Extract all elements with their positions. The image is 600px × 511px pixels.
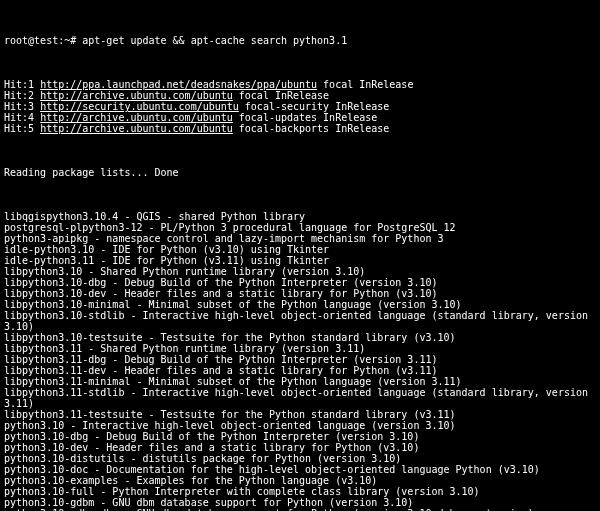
package-line: python3.10-dbg - Debug Build of the Pyth… [4, 431, 596, 442]
repo-url: http://archive.ubuntu.com/ubuntu [40, 123, 233, 134]
package-line: python3.10-examples - Examples for the P… [4, 475, 596, 486]
repo-url: http://archive.ubuntu.com/ubuntu [40, 90, 233, 101]
command-text: apt-get update && apt-cache search pytho… [82, 35, 347, 46]
package-line: libpython3.10-stdlib - Interactive high-… [4, 310, 596, 332]
package-line: libpython3.11-dev - Header files and a s… [4, 365, 596, 376]
apt-hit-line: Hit:3 http://security.ubuntu.com/ubuntu … [4, 101, 596, 112]
apt-hit-line: Hit:5 http://archive.ubuntu.com/ubuntu f… [4, 123, 596, 134]
package-line: python3.10-dev - Header files and a stat… [4, 442, 596, 453]
package-line: libpython3.10-dev - Header files and a s… [4, 288, 596, 299]
package-line: libpython3.10-dbg - Debug Build of the P… [4, 277, 596, 288]
package-line: python3.10-gdbm - GNU dbm database suppo… [4, 497, 596, 508]
package-line: libpython3.10 - Shared Python runtime li… [4, 266, 596, 277]
package-line: python3.10-full - Python Interpreter wit… [4, 486, 596, 497]
package-line: libqgispython3.10.4 - QGIS - shared Pyth… [4, 211, 596, 222]
package-line: idle-python3.10 - IDE for Python (v3.10)… [4, 244, 596, 255]
package-line: postgresql-plpython3-12 - PL/Python 3 pr… [4, 222, 596, 233]
package-line: libpython3.11-testsuite - Testsuite for … [4, 409, 596, 420]
apt-hit-line: Hit:2 http://archive.ubuntu.com/ubuntu f… [4, 90, 596, 101]
repo-url: http://archive.ubuntu.com/ubuntu [40, 112, 233, 123]
package-line: libpython3.11-stdlib - Interactive high-… [4, 387, 596, 409]
command-line: root@test:~# apt-get update && apt-cache… [4, 35, 596, 46]
package-line: idle-python3.11 - IDE for Python (v3.11)… [4, 255, 596, 266]
apt-hit-line: Hit:4 http://archive.ubuntu.com/ubuntu f… [4, 112, 596, 123]
shell-prompt: root@test:~# [4, 35, 76, 46]
package-line: libpython3.10-testsuite - Testsuite for … [4, 332, 596, 343]
package-line: libpython3.10-minimal - Minimal subset o… [4, 299, 596, 310]
package-line: libpython3.11 - Shared Python runtime li… [4, 343, 596, 354]
repo-url: http://ppa.launchpad.net/deadsnakes/ppa/… [40, 79, 317, 90]
repo-url: http://security.ubuntu.com/ubuntu [40, 101, 239, 112]
apt-hit-line: Hit:1 http://ppa.launchpad.net/deadsnake… [4, 79, 596, 90]
terminal[interactable]: root@test:~# apt-get update && apt-cache… [0, 0, 600, 511]
reading-line: Reading package lists... Done [4, 167, 596, 178]
package-line: python3.10 - Interactive high-level obje… [4, 420, 596, 431]
package-line: libpython3.11-minimal - Minimal subset o… [4, 376, 596, 387]
package-line: libpython3.11-dbg - Debug Build of the P… [4, 354, 596, 365]
package-line: python3.10-distutils - distutils package… [4, 453, 596, 464]
package-line: python3.10-doc - Documentation for the h… [4, 464, 596, 475]
package-line: python3-apipkg - namespace control and l… [4, 233, 596, 244]
